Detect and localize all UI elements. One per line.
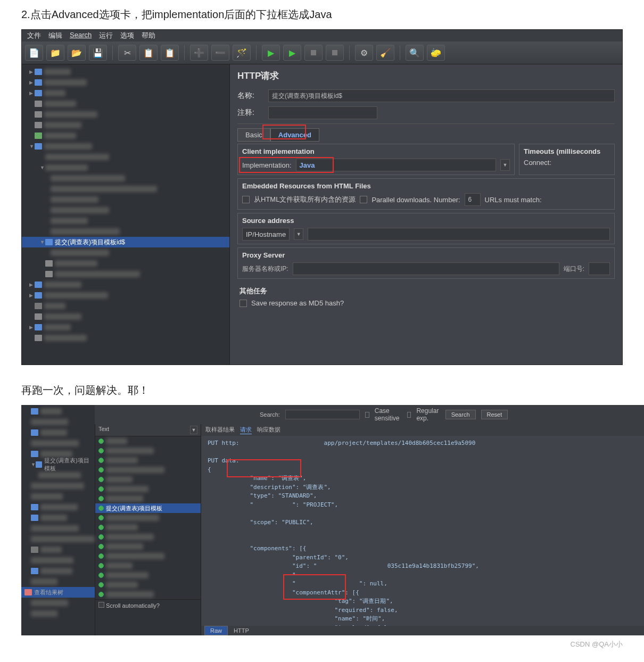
case-label: Case sensitive [375,407,402,422]
menu-edit[interactable]: 编辑 [48,31,62,40]
tb-search-icon[interactable]: 🔍 [406,45,424,61]
menu-search[interactable]: Search [70,31,92,40]
highlight-attrs [283,574,346,600]
chevron-down-icon[interactable]: ▼ [294,228,303,240]
tb-clear-icon[interactable]: 🧹 [376,45,394,61]
panel-title: HTTP请求 [230,64,622,87]
menu-file[interactable]: 文件 [27,31,41,40]
tb-copy-icon[interactable]: 📋 [139,45,158,61]
comment-input[interactable] [268,106,377,119]
comment-label: 注释: [237,108,264,118]
success-icon [98,563,104,568]
success-icon [98,553,104,559]
proxy-label: 服务器名称或IP: [242,264,288,274]
raw-button[interactable]: Raw [204,626,228,635]
menubar: 文件 编辑 Search 运行 选项 帮助 [22,30,622,42]
connect-label: Connect: [524,159,551,167]
case-checkbox[interactable] [365,412,369,418]
urls-match-label: URLs must match: [485,196,542,204]
tree-node-selected: ▼提交(调查表)项目模板id$ [22,237,229,247]
embed-checkbox[interactable] [242,196,250,203]
success-icon [98,582,104,587]
scroll-checkbox[interactable] [98,602,104,608]
tb-new-icon[interactable]: 📄 [25,45,43,61]
port-input[interactable] [589,262,610,275]
menu-run[interactable]: 运行 [99,31,113,40]
caption-2: 再跑一次，问题解决。耶！ [0,376,644,405]
success-icon [98,486,104,492]
success-icon [98,592,104,597]
chevron-down-icon[interactable]: ▼ [190,426,197,434]
success-icon [98,506,104,511]
success-icon [98,525,104,530]
success-icon [98,515,104,520]
watermark: CSDN @QA小小 [0,635,644,653]
tb-save-icon[interactable]: 💾 [89,45,107,61]
reset-button[interactable]: Reset [481,410,508,419]
name-label: 名称: [237,91,264,101]
tb-wand-icon[interactable]: 🪄 [233,45,251,61]
proxy-input[interactable] [293,262,559,275]
tb-minus-icon[interactable]: ➖ [211,45,229,61]
parallel-label: Parallel downloads. Number: [371,196,460,204]
success-icon [98,477,104,482]
text-select[interactable]: Text [98,426,190,434]
tb-open-icon[interactable]: 📂 [68,45,86,61]
iphost-select[interactable]: IP/Hostname [242,228,290,241]
jmeter-window-1: 文件 编辑 Search 运行 选项 帮助 📄 📁 📂 💾 ✂ 📋 📋 ➕ ➖ … [21,29,623,365]
tb-stop-icon[interactable]: ⏹ [304,45,323,61]
tab-request[interactable]: 请求 [240,426,252,434]
success-icon [98,458,104,463]
embedded-title: Embedded Resources from HTML Files [242,182,610,190]
search-input-2[interactable] [285,410,360,419]
config-panel: HTTP请求 名称: 注释: Basic Advanced Client imp… [229,64,622,365]
scroll-label: Scroll automatically? [106,602,160,609]
success-icon [98,467,104,473]
md5-checkbox[interactable] [240,300,247,307]
tb-start-icon[interactable]: ▶ [262,45,280,61]
search-button[interactable]: Search [445,410,476,419]
tb-paste-icon[interactable]: 📋 [161,45,179,61]
success-icon [98,438,104,444]
tb-templates-icon[interactable]: 📁 [46,45,64,61]
parallel-num-input[interactable] [465,193,481,206]
tb-plus-icon[interactable]: ➕ [190,45,208,61]
tree2-viewer: 查看结果树 [34,589,63,597]
success-icon [98,496,104,501]
response-panel: 取样器结果 请求 响应数据 PUT http: app/project/temp… [201,424,644,635]
tree2-node: 提交(调查表)项目模板 [44,457,95,473]
highlight-advanced [262,125,306,139]
tb-start-no-icon[interactable]: ▶ [283,45,301,61]
test-plan-tree[interactable]: ▶ ▶ ▶ ▼ ▼ ▼提交(调查表)项目模板id$ ▶ ▶ ▶ [22,64,229,365]
tree-2[interactable]: ▼提交(调查表)项目模板 查看结果树 [21,405,95,635]
source-input[interactable] [308,228,610,241]
success-icon [98,544,104,549]
regex-label: Regular exp. [416,407,440,422]
name-input[interactable] [268,89,615,102]
proxy-title: Proxy Server [242,251,610,259]
tab-sampler[interactable]: 取样器结果 [205,426,235,434]
tb-gear-icon[interactable]: ⚙ [355,45,373,61]
tb-cut-icon[interactable]: ✂ [118,45,136,61]
results-list[interactable]: Text ▼ 提交(调查表)项目模板 [95,424,201,635]
success-icon [98,573,104,578]
highlight-name-desc [227,459,301,477]
tab-response[interactable]: 响应数据 [257,426,280,434]
regex-checkbox[interactable] [407,412,411,418]
source-title: Source address [242,217,610,225]
search-label: Search: [260,411,280,418]
jmeter-window-2: ▼提交(调查表)项目模板 查看结果树 Search: Case sensitiv… [21,405,623,635]
http-label[interactable]: HTTP [229,627,249,634]
chevron-down-icon[interactable]: ▼ [500,159,510,171]
client-impl-title: Client implementation [242,147,510,155]
port-label: 端口号: [564,264,584,274]
tb-shutdown-icon[interactable]: ⏹ [326,45,344,61]
menu-help[interactable]: 帮助 [142,31,155,40]
parallel-checkbox[interactable] [360,196,367,203]
caption-1: 2.点击Advanced选项卡，把implementation后面的下拉框选成J… [0,0,644,29]
tb-clean-icon[interactable]: 🧽 [427,45,445,61]
menu-options[interactable]: 选项 [120,31,134,40]
result-selected: 提交(调查表)项目模板 [106,504,162,512]
success-icon [98,534,104,540]
success-icon [98,448,104,453]
